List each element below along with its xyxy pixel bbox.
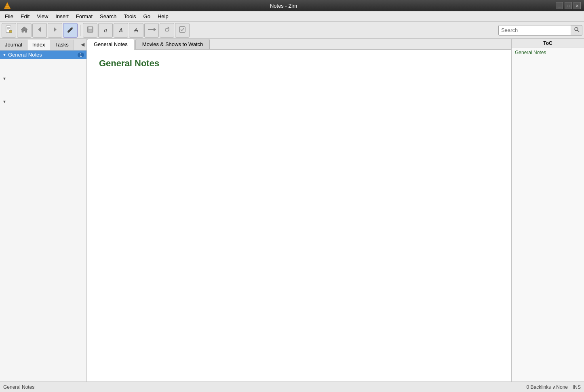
search-button[interactable] <box>571 25 582 36</box>
checklist-button[interactable] <box>175 23 190 38</box>
search-input[interactable] <box>498 25 571 36</box>
toc-panel: ToC General Notes <box>511 39 584 381</box>
content-tab-general-notes[interactable]: General Notes <box>87 39 135 50</box>
strikethrough-button[interactable]: A <box>129 23 143 38</box>
attach-button[interactable] <box>160 23 174 38</box>
status-page-name: General Notes <box>3 384 527 390</box>
save-icon <box>86 25 94 35</box>
menu-file[interactable]: File <box>2 12 17 21</box>
window-title: Notes - Zim <box>11 3 556 9</box>
backlinks-icon: ∧ <box>552 384 556 390</box>
strikethrough-icon: A <box>134 27 138 34</box>
italic-icon: a <box>104 27 107 34</box>
save-button[interactable] <box>83 23 97 38</box>
home-icon <box>20 25 28 35</box>
menu-search[interactable]: Search <box>97 12 120 21</box>
tree-item-badge: 1 <box>78 53 84 57</box>
menu-edit[interactable]: Edit <box>17 12 33 21</box>
menu-help[interactable]: Help <box>154 12 172 21</box>
sidebar-content: ▼ General Notes 1 ▼ ▼ <box>0 51 86 381</box>
app-logo <box>3 2 11 10</box>
italic-button[interactable]: a <box>98 23 113 38</box>
tree-arrow: ▼ <box>2 53 8 57</box>
content-area: General Notes Movies & Shows to Watch Ge… <box>87 39 511 381</box>
bookmark-button[interactable] <box>144 23 159 38</box>
content-tab-movies[interactable]: Movies & Shows to Watch <box>135 39 210 49</box>
tree-arrow-3: ▼ <box>2 99 8 104</box>
edit-mode-button[interactable] <box>63 23 78 38</box>
tree-arrow-2: ▼ <box>2 76 8 81</box>
main-area: Journal Index Tasks ◀ ▼ General Notes 1 … <box>0 39 584 381</box>
content-tabs: General Notes Movies & Shows to Watch <box>87 39 511 50</box>
sidebar-tab-journal[interactable]: Journal <box>0 40 27 50</box>
svg-line-21 <box>578 30 579 32</box>
svg-rect-19 <box>179 27 185 32</box>
menu-tools[interactable]: Tools <box>120 12 139 21</box>
statusbar: General Notes 0 Backlinks ∧ None INS <box>0 381 584 392</box>
maximize-button[interactable]: □ <box>565 2 572 9</box>
bold-button[interactable]: A <box>114 23 128 38</box>
sidebar-tab-index[interactable]: Index <box>27 40 51 50</box>
status-insert: INS <box>573 384 581 390</box>
back-icon <box>36 26 43 34</box>
menu-view[interactable]: View <box>34 12 51 21</box>
new-page-button[interactable] <box>2 23 16 38</box>
svg-point-20 <box>575 27 578 31</box>
tree-item-3[interactable]: ▼ <box>0 98 86 105</box>
svg-marker-11 <box>54 27 57 32</box>
status-mode: None <box>556 384 568 390</box>
bookmark-icon <box>147 26 156 34</box>
titlebar: Notes - Zim _ □ ✕ <box>0 0 584 11</box>
search-icon <box>574 27 580 34</box>
search-area <box>498 25 582 36</box>
status-right: None INS <box>556 384 581 390</box>
forward-icon <box>51 26 59 34</box>
toc-item-general-notes[interactable]: General Notes <box>512 48 584 57</box>
svg-marker-17 <box>154 28 155 31</box>
tree-item-2[interactable]: ▼ <box>0 75 86 82</box>
svg-rect-14 <box>89 27 92 29</box>
menu-format[interactable]: Format <box>73 12 96 21</box>
minimize-button[interactable]: _ <box>556 2 563 9</box>
checklist-icon <box>178 25 186 35</box>
new-page-icon <box>4 25 13 35</box>
bold-icon: A <box>119 27 123 34</box>
home-button[interactable] <box>17 23 32 38</box>
svg-rect-15 <box>89 30 92 32</box>
status-backlinks[interactable]: 0 Backlinks ∧ <box>527 384 557 390</box>
backlinks-text: 0 Backlinks <box>527 384 551 390</box>
toolbar: a A A <box>0 22 584 39</box>
menubar: FileEditViewInsertFormatSearchToolsGoHel… <box>0 11 584 22</box>
toc-header: ToC <box>512 39 584 48</box>
sidebar-tab-tasks[interactable]: Tasks <box>50 40 74 50</box>
menu-insert[interactable]: Insert <box>52 12 72 21</box>
close-button[interactable]: ✕ <box>573 2 581 9</box>
page-title: General Notes <box>99 58 499 69</box>
forward-button[interactable] <box>48 23 62 38</box>
tree-item-label: General Notes <box>8 52 78 58</box>
sidebar: Journal Index Tasks ◀ ▼ General Notes 1 … <box>0 39 87 381</box>
edit-icon <box>66 25 74 35</box>
back-button[interactable] <box>32 23 47 38</box>
tree-item-general-notes[interactable]: ▼ General Notes 1 <box>0 51 86 59</box>
attach-icon <box>163 25 171 35</box>
sidebar-collapse-button[interactable]: ◀ <box>78 39 86 50</box>
svg-marker-10 <box>38 27 41 32</box>
toolbar-separator-1 <box>80 25 80 36</box>
svg-marker-9 <box>21 27 27 32</box>
editor[interactable]: General Notes <box>87 50 511 381</box>
menu-go[interactable]: Go <box>140 12 154 21</box>
window-controls: _ □ ✕ <box>556 2 581 9</box>
sidebar-tabs: Journal Index Tasks ◀ <box>0 39 86 51</box>
